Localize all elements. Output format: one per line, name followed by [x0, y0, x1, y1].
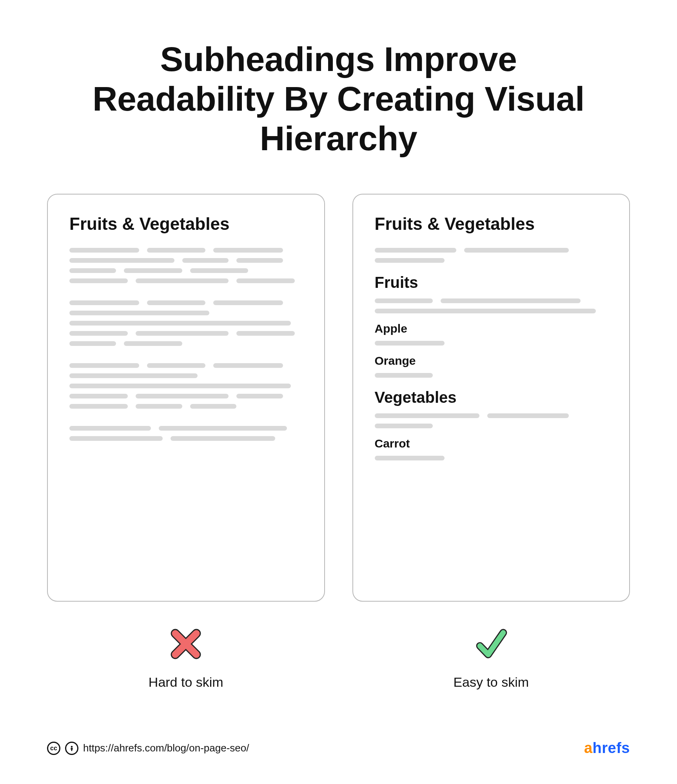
text-block	[69, 363, 303, 409]
source-url: https://ahrefs.com/blog/on-page-seo/	[83, 742, 249, 754]
check-icon	[472, 625, 510, 663]
text-block	[69, 248, 303, 283]
text-block	[69, 300, 303, 346]
left-column: Fruits & Vegetables	[47, 194, 325, 690]
cc-by-icon	[65, 742, 78, 755]
subheading-vegetables: Vegetables	[375, 389, 608, 406]
text-block	[375, 341, 608, 346]
footer: cc https://ahrefs.com/blog/on-page-seo/ …	[47, 740, 630, 757]
cross-icon	[167, 625, 205, 663]
brand-a: a	[584, 740, 593, 756]
brand-rest: hrefs	[593, 740, 630, 756]
right-heading: Fruits & Vegetables	[375, 214, 608, 234]
attribution: cc https://ahrefs.com/blog/on-page-seo/	[47, 742, 249, 755]
subheading-carrot: Carrot	[375, 437, 608, 450]
cc-icon: cc	[47, 742, 60, 755]
right-verdict: Easy to skim	[352, 625, 630, 690]
text-block	[375, 248, 608, 263]
left-card: Fruits & Vegetables	[47, 194, 325, 602]
svg-point-0	[71, 746, 73, 748]
page-title: Subheadings Improve Readability By Creat…	[84, 39, 594, 158]
text-block	[375, 373, 608, 378]
page: Subheadings Improve Readability By Creat…	[0, 0, 677, 784]
brand-logo: ahrefs	[584, 740, 630, 757]
right-card: Fruits & Vegetables Fruits Apple Orange	[352, 194, 630, 602]
left-heading: Fruits & Vegetables	[69, 214, 303, 234]
subheading-apple: Apple	[375, 322, 608, 335]
subheading-orange: Orange	[375, 354, 608, 367]
right-verdict-label: Easy to skim	[352, 675, 630, 690]
text-block	[375, 413, 608, 428]
right-column: Fruits & Vegetables Fruits Apple Orange	[352, 194, 630, 690]
text-block	[69, 426, 303, 441]
subheading-fruits: Fruits	[375, 274, 608, 291]
left-verdict-label: Hard to skim	[47, 675, 325, 690]
columns: Fruits & Vegetables	[47, 194, 630, 690]
text-block	[375, 456, 608, 460]
text-block	[375, 298, 608, 313]
left-verdict: Hard to skim	[47, 625, 325, 690]
